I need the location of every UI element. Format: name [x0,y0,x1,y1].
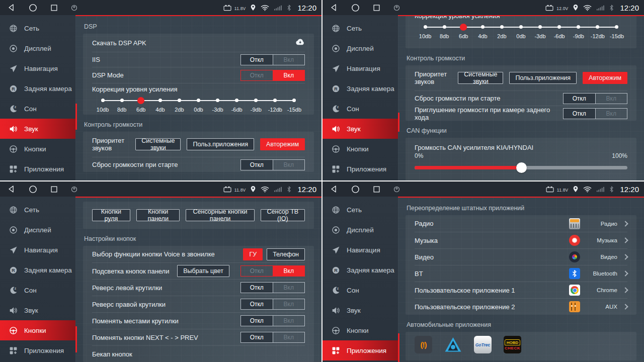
toggle-on-option[interactable]: Вкл [273,55,305,65]
android-auto-app-icon[interactable] [444,336,462,353]
sidebar-item[interactable]: Звук [0,119,75,139]
slider-tick[interactable]: -15db [607,23,626,39]
toggle-on-option[interactable]: Вкл [273,70,305,80]
home-button[interactable] [29,4,37,12]
obd-check-app-icon[interactable]: HOBDCHECK [504,336,521,353]
sidebar-item[interactable]: Звук [0,300,75,320]
slider-tick[interactable]: -12db [588,23,607,39]
app-row[interactable]: Радио Радио [415,215,627,232]
sidebar-item[interactable]: Сеть [0,18,75,38]
toggle-on-option[interactable]: Вкл [273,316,305,326]
sidebar-item[interactable]: RЗадняя камера [0,260,75,280]
gain-slider[interactable]: 10db8db6db4db2db0db-3db-6db-9db-12db-15d… [415,22,627,41]
home-button[interactable] [29,185,37,194]
gotrec-app-icon[interactable]: GoTrec [474,336,492,353]
sidebar-item[interactable]: zСон [0,99,75,119]
toggle-off-option[interactable]: Откл [241,332,273,342]
setting-toggle[interactable]: ОтклВкл [563,108,627,119]
sidebar-item[interactable]: Кнопки [323,320,398,340]
home-button[interactable] [351,4,360,12]
recents-button[interactable] [373,4,380,12]
user-apps-button[interactable]: Польз.приложения [187,138,254,150]
slider-tick[interactable]: 4db [150,96,170,113]
slider-tick[interactable]: 6db [131,96,150,113]
button-group-tab[interactable]: Кнопки панели [136,209,180,221]
user-apps-button[interactable]: Польз.приложения [509,72,577,84]
can-volume-slider[interactable] [415,162,627,173]
recents-button[interactable] [50,4,58,12]
toggle-off-option[interactable]: Откл [241,160,273,170]
sidebar-item[interactable]: RЗадняя камера [323,260,398,280]
toggle-on-option[interactable]: Вкл [273,332,305,342]
backup-buttons-row[interactable]: Бекап кнопок [92,345,305,362]
slider-tick[interactable]: -6db [550,23,569,39]
toggle-on-option[interactable]: Вкл [273,160,305,170]
toggle-off-option[interactable]: Откл [241,283,273,293]
slider-tick[interactable]: 10db [93,96,112,113]
toggle-off-option[interactable]: Откл [564,109,596,119]
slider-tick[interactable]: 2db [492,23,511,39]
sidebar-item[interactable]: Дисплей [0,220,75,240]
app-row[interactable]: Пользовательское приложение 1 Chrome [415,282,627,298]
sidebar-item[interactable]: Приложения [0,159,75,179]
system-sounds-button[interactable]: Системные звуки [135,138,181,150]
setting-toggle[interactable]: ОтклВкл [240,282,305,293]
toggle-off-option[interactable]: Откл [241,316,273,326]
setting-toggle[interactable]: ОтклВкл [240,332,305,343]
slider-tick[interactable]: 8db [112,96,131,113]
toggle-on-option[interactable]: Вкл [596,109,627,119]
home-button[interactable] [351,185,360,194]
gain-slider[interactable]: 10db8db6db4db2db0db-3db-6db-9db-12db-15d… [92,95,305,115]
slider-tick[interactable]: -6db [227,96,247,113]
sidebar-item[interactable]: Приложения [323,340,398,360]
download-dsp-row[interactable]: Скачать DSP APK [92,34,305,52]
scrollbar[interactable] [398,113,399,132]
toggle-on-option[interactable]: Вкл [273,299,305,309]
dsp-mode-toggle[interactable]: ОтклВкл [240,70,305,81]
app-row[interactable]: BT Bluetooth [415,265,627,282]
button-group-tab[interactable]: Сенсорные кнопки панели [186,209,254,221]
toggle-off-option[interactable]: Откл [241,55,273,65]
sidebar-item[interactable]: Дисплей [0,38,75,58]
toggle-on-option[interactable]: Вкл [273,283,305,293]
sidebar-item[interactable]: zСон [0,280,75,300]
sidebar-item[interactable]: Сеть [0,200,75,220]
slider-tick[interactable]: 6db [454,23,473,39]
button-group-tab[interactable]: Кнопки руля [92,209,130,221]
recents-button[interactable] [373,186,380,193]
slider-tick[interactable]: -3db [531,23,550,39]
slider-tick[interactable]: -12db [266,96,285,113]
auto-mode-button[interactable]: Авторежим [583,72,627,84]
sidebar-item[interactable]: RЗадняя камера [0,78,75,99]
tpms-app-icon[interactable]: (!) [415,336,432,353]
setting-toggle[interactable]: ОтклВкл [563,93,627,104]
slider-tick[interactable]: 4db [473,23,492,39]
toggle-on-option[interactable]: Вкл [273,266,305,276]
sidebar-item[interactable]: Дисплей [323,38,398,58]
scrollbar[interactable] [75,104,77,130]
volume-reset-toggle[interactable]: ОтклВкл [240,159,305,170]
phone-button[interactable]: Телефон [267,248,305,260]
sidebar-item[interactable]: Навигация [323,240,398,260]
backlight-toggle[interactable]: ОтклВкл [240,265,305,277]
slider-tick[interactable]: 10db [416,23,435,39]
back-button[interactable] [330,4,338,12]
back-button[interactable] [8,185,16,193]
sidebar-item[interactable]: Приложения [0,340,75,360]
slider-thumb[interactable] [516,162,527,173]
slider-tick[interactable]: 0db [511,23,530,39]
recents-button[interactable] [50,186,58,193]
app-row[interactable]: Музыка Музыка [415,232,627,248]
setting-toggle[interactable]: ОтклВкл [240,315,305,326]
sidebar-item[interactable]: Навигация [323,58,398,78]
cloud-download-icon[interactable] [294,38,305,48]
back-button[interactable] [330,185,338,193]
setting-toggle[interactable]: ОтклВкл [240,299,305,310]
toggle-off-option[interactable]: Откл [564,94,596,104]
sidebar-item[interactable]: Звук [323,119,398,139]
sidebar-item[interactable]: Приложения [323,159,398,179]
sidebar-item[interactable]: Сеть [323,18,398,38]
sidebar-item[interactable]: Кнопки [0,139,75,159]
back-button[interactable] [8,4,16,12]
iis-toggle[interactable]: ОтклВкл [240,54,305,65]
